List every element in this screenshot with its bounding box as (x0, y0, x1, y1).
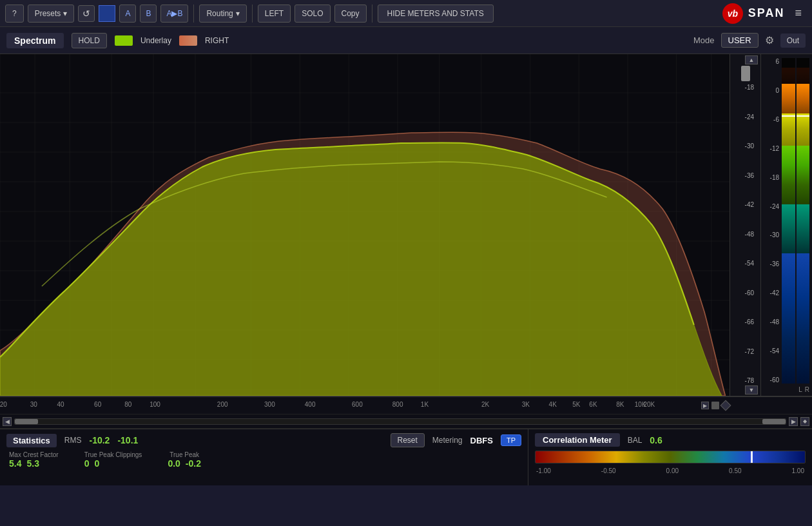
vu-scale-m60: -60 (764, 376, 779, 384)
db-label-36: -36 (733, 172, 758, 179)
corr-axis-m1: -1.00 (536, 467, 551, 474)
vu-scale-m48: -48 (764, 318, 779, 326)
logo-text: SPAN (748, 6, 785, 20)
statistics-label: Statistics (6, 434, 57, 447)
true-peak-clip-label: True Peak Clippings (84, 451, 142, 458)
underlay-swatch (115, 35, 133, 46)
db-label-66: -66 (733, 318, 758, 326)
db-label-18: -18 (733, 84, 758, 91)
db-scroll-thumb[interactable] (741, 66, 750, 81)
hide-meters-button[interactable]: HIDE METERS AND STATS (378, 5, 494, 23)
reset-stats-button[interactable]: Reset (391, 433, 425, 447)
vu-scale-m30: -30 (764, 231, 779, 239)
max-crest-label: Max Crest Factor (9, 451, 59, 458)
stats-row2: Max Crest Factor 5.4 5.3 True Peak Clipp… (6, 451, 521, 469)
statistics-panel: Statistics RMS -10.2 -10.1 Reset Meterin… (0, 429, 528, 485)
freq-400: 400 (305, 401, 316, 408)
freq-thumb-right[interactable] (711, 402, 719, 409)
correlation-label: Correlation Meter (535, 433, 620, 447)
hold-button[interactable]: HOLD (72, 33, 107, 48)
menu-button[interactable]: ≡ (789, 4, 807, 23)
scroll-right-arrow[interactable]: ▶ (789, 417, 798, 426)
left-button[interactable]: LEFT (258, 5, 291, 23)
scroll-left-arrow[interactable]: ◀ (3, 417, 12, 426)
freq-20k: 20K (643, 401, 655, 408)
routing-button[interactable]: Routing ▾ (199, 5, 246, 23)
rms-label: RMS (64, 436, 82, 445)
gear-button[interactable]: ⚙ (765, 34, 774, 46)
main-area: ▲ -18 -24 -30 -36 -42 -48 -54 -60 -66 -7… (0, 54, 812, 396)
vu-bar-left (782, 58, 795, 384)
metering-label: Metering (432, 436, 463, 445)
ab-arrow-button[interactable]: A▶B (160, 5, 188, 23)
db-scale: ▲ -18 -24 -30 -36 -42 -48 -54 -60 -66 -7… (730, 54, 760, 396)
vu-meter: 6 0 -6 -12 -18 -24 -30 -36 -42 -48 -54 -… (760, 54, 812, 396)
max-crest-vals: 5.4 5.3 (9, 458, 59, 469)
vu-peak-left (782, 115, 795, 117)
underlay-label: Underlay (140, 36, 171, 45)
db-label-72: -72 (733, 348, 758, 355)
spectrum-label: Spectrum (6, 33, 64, 48)
tp-button[interactable]: TP (501, 434, 521, 446)
separator-2 (252, 5, 253, 23)
freq-600: 600 (352, 401, 363, 408)
mode-area: Mode USER ⚙ Out (693, 33, 806, 48)
max-crest-val1: 5.4 (9, 458, 21, 469)
right-swatch (179, 35, 197, 46)
freq-diamond[interactable] (720, 400, 731, 411)
spectrum-header: Spectrum HOLD Underlay RIGHT Mode USER ⚙… (0, 27, 812, 54)
rms-val2: -10.1 (117, 435, 138, 445)
vu-scale-m36: -36 (764, 260, 779, 268)
db-scroll-down[interactable]: ▼ (745, 385, 758, 394)
freq-1k: 1K (421, 401, 429, 408)
corr-axis-1: 1.00 (792, 467, 804, 474)
ab-a-button[interactable]: A (119, 5, 136, 23)
freq-30: 30 (30, 401, 37, 408)
solo-button[interactable]: SOLO (295, 5, 330, 23)
vu-scale-m54: -54 (764, 347, 779, 355)
db-label-78: -78 (733, 377, 758, 384)
spectrum-svg (0, 54, 730, 396)
db-label-42: -42 (733, 201, 758, 208)
db-scroll-up[interactable]: ▲ (745, 55, 758, 64)
vu-label-l: L (798, 386, 802, 393)
copy-button[interactable]: Copy (334, 5, 367, 23)
correlation-cursor (751, 451, 753, 463)
bal-label: BAL (628, 436, 643, 445)
corr-axis-0: 0.00 (666, 467, 679, 474)
freq-40: 40 (57, 401, 64, 408)
vu-peak-right (797, 115, 810, 117)
true-peak-label: True Peak (168, 451, 201, 458)
vu-scale-m42: -42 (764, 289, 779, 297)
true-peak-vals: 0.0 -0.2 (168, 458, 201, 469)
presets-button[interactable]: Presets ▾ (28, 5, 75, 23)
vu-scale-0: 0 (764, 87, 779, 94)
correlation-panel: Correlation Meter BAL 0.6 -1.00 -0.50 0.… (528, 429, 812, 485)
scroll-thumb-left[interactable] (15, 419, 38, 424)
freq-scroll-right[interactable]: ▶ (701, 402, 709, 409)
freq-6k: 6K (589, 401, 597, 408)
reset-button[interactable]: ↺ (78, 5, 95, 22)
help-button[interactable]: ? (5, 5, 24, 23)
bal-value: 0.6 (650, 435, 662, 445)
freq-80: 80 (124, 401, 131, 408)
ab-b-button[interactable]: B (140, 5, 157, 23)
scroll-diamond-btn[interactable]: ◆ (800, 417, 809, 426)
bottom-panel: Statistics RMS -10.2 -10.1 Reset Meterin… (0, 429, 812, 485)
stats-row1: Statistics RMS -10.2 -10.1 Reset Meterin… (6, 433, 521, 447)
spectrum-display[interactable] (0, 54, 730, 396)
freq-300: 300 (264, 401, 275, 408)
mode-label: Mode (693, 35, 715, 45)
scroll-track[interactable] (14, 418, 786, 425)
toolbar: ? Presets ▾ ↺ A B A▶B Routing ▾ LEFT SOL… (0, 0, 812, 27)
logo-area: vb SPAN ≡ (722, 3, 807, 24)
ab-mode-button[interactable] (99, 5, 115, 22)
corr-axis-05: 0.50 (729, 467, 741, 474)
mode-value[interactable]: USER (721, 33, 759, 48)
presets-arrow-icon: ▾ (63, 9, 67, 18)
vu-scale-m18: -18 (764, 174, 779, 181)
routing-label: Routing (206, 9, 233, 18)
corr-row1: Correlation Meter BAL 0.6 (535, 433, 806, 447)
scroll-thumb-right[interactable] (762, 419, 786, 424)
db-label-54: -54 (733, 260, 758, 267)
